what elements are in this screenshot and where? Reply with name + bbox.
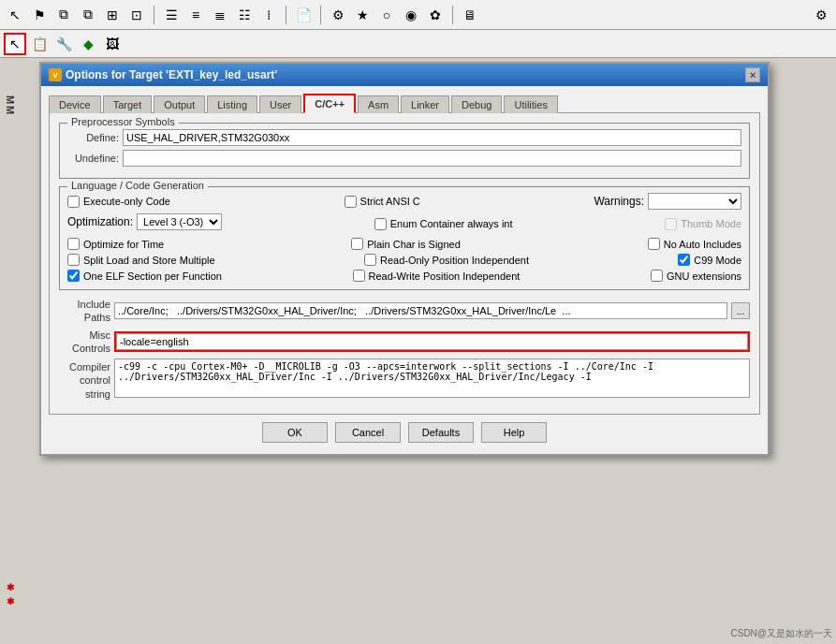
tab-utilities[interactable]: Utilities bbox=[504, 95, 557, 113]
tb-circle-btn[interactable]: ○ bbox=[375, 4, 398, 26]
compiler-string-textarea[interactable]: -c99 -c -cpu Cortex-M0+ -D__MICROLIB -g … bbox=[114, 359, 750, 398]
left-sidebar: M M ✱ ✱ bbox=[0, 58, 21, 644]
tb-list5-btn[interactable]: ⁞ bbox=[257, 4, 280, 26]
tab-bar: Device Target Output Listing User C/C++ … bbox=[49, 94, 760, 113]
main-area: M M ✱ ✱ V Options for Target 'EXTI_key_l… bbox=[0, 58, 836, 644]
optimization-label: Optimization: bbox=[67, 215, 133, 228]
plain-char-check[interactable] bbox=[351, 238, 363, 250]
strict-ansi-check[interactable] bbox=[345, 196, 357, 208]
undefine-input[interactable] bbox=[123, 150, 741, 167]
tb-copy3-btn[interactable]: ⊞ bbox=[101, 4, 124, 26]
split-load-check[interactable] bbox=[67, 254, 80, 266]
undefine-row: Undefine: bbox=[67, 150, 741, 167]
defaults-button[interactable]: Defaults bbox=[408, 422, 474, 443]
dialog-title-icon: V bbox=[49, 68, 62, 81]
warnings-row: Warnings: bbox=[594, 193, 741, 210]
optimize-time-check[interactable] bbox=[67, 238, 80, 250]
c99-mode-check[interactable] bbox=[678, 254, 690, 266]
left-icon-2: ✱ bbox=[7, 596, 14, 607]
tb-circle2-btn[interactable]: ◉ bbox=[400, 4, 422, 26]
content-area: V Options for Target 'EXTI_key_led_usart… bbox=[21, 58, 836, 644]
one-elf-check[interactable] bbox=[67, 270, 80, 282]
tb2-page-btn[interactable]: 📋 bbox=[28, 33, 51, 55]
tb-doc-btn[interactable]: 📄 bbox=[292, 4, 315, 26]
enum-container-check[interactable] bbox=[374, 218, 387, 230]
c99-mode-row: C99 Mode bbox=[678, 254, 741, 266]
no-auto-includes-row: No Auto Includes bbox=[648, 238, 741, 250]
tab-device[interactable]: Device bbox=[49, 95, 101, 113]
tb-list1-btn[interactable]: ☰ bbox=[160, 4, 183, 26]
readonly-pos-row: Read-Only Position Independent bbox=[364, 254, 529, 266]
toolbar-separator-1 bbox=[154, 6, 154, 24]
split-load-row: Split Load and Store Multiple bbox=[67, 254, 215, 266]
readonly-pos-label: Read-Only Position Independent bbox=[380, 255, 529, 266]
tab-linker[interactable]: Linker bbox=[401, 95, 449, 113]
thumb-mode-check[interactable] bbox=[665, 218, 677, 230]
split-load-label: Split Load and Store Multiple bbox=[83, 255, 215, 266]
tb2-cursor-btn[interactable]: ↖ bbox=[4, 33, 26, 55]
tab-cpp[interactable]: C/C++ bbox=[303, 94, 356, 113]
watermark: CSDN@又是如水的一天 bbox=[731, 627, 833, 640]
readwrite-pos-row: Read-Write Position Independent bbox=[353, 270, 521, 282]
no-auto-includes-check[interactable] bbox=[648, 238, 660, 250]
toolbar-separator-4 bbox=[452, 6, 453, 24]
tb-copy4-btn[interactable]: ⊡ bbox=[125, 4, 148, 26]
misc-controls-input[interactable] bbox=[116, 333, 748, 350]
language-group-label: Language / Code Generation bbox=[67, 180, 208, 191]
tab-target[interactable]: Target bbox=[103, 95, 153, 113]
gnu-extensions-check[interactable] bbox=[651, 270, 663, 282]
execute-only-check[interactable] bbox=[67, 196, 80, 208]
warnings-label: Warnings: bbox=[594, 195, 644, 208]
tb2-image-btn[interactable]: 🖼 bbox=[101, 33, 124, 55]
optimization-select[interactable]: Level 3 (-O3) bbox=[137, 213, 222, 230]
strict-ansi-row: Strict ANSI C bbox=[345, 196, 420, 208]
include-paths-input[interactable] bbox=[114, 302, 727, 319]
tb-copy2-btn[interactable]: ⧉ bbox=[77, 4, 99, 26]
tb-settings-btn[interactable]: ⚙ bbox=[327, 4, 349, 26]
tab-listing[interactable]: Listing bbox=[207, 95, 257, 113]
sidebar-letter-m1: M bbox=[5, 95, 16, 104]
optimize-time-label: Optimize for Time bbox=[83, 239, 164, 250]
tab-asm[interactable]: Asm bbox=[358, 95, 399, 113]
strict-ansi-label: Strict ANSI C bbox=[360, 196, 420, 207]
tab-output[interactable]: Output bbox=[154, 95, 205, 113]
dialog-buttons: OK Cancel Defaults Help bbox=[49, 415, 760, 446]
tb-list4-btn[interactable]: ☷ bbox=[233, 4, 256, 26]
tb-flower-btn[interactable]: ✿ bbox=[424, 4, 447, 26]
enum-container-row: Enum Container always int bbox=[374, 218, 513, 230]
tab-panel-cpp: Preprocessor Symbols Define: Undefine: L… bbox=[49, 112, 760, 415]
define-label: Define: bbox=[67, 132, 119, 143]
tb-arrow-btn[interactable]: ↖ bbox=[4, 4, 26, 26]
tb-list2-btn[interactable]: ≡ bbox=[184, 4, 207, 26]
misc-input-wrapper bbox=[114, 331, 750, 352]
readonly-pos-check[interactable] bbox=[364, 254, 376, 266]
tab-user[interactable]: User bbox=[259, 95, 301, 113]
tab-debug[interactable]: Debug bbox=[451, 95, 502, 113]
toolbar-separator-3 bbox=[320, 6, 321, 24]
readwrite-pos-label: Read-Write Position Independent bbox=[369, 271, 521, 282]
dialog-body: Device Target Output Listing User C/C++ … bbox=[41, 86, 768, 454]
cancel-button[interactable]: Cancel bbox=[335, 422, 401, 443]
tb-star-btn[interactable]: ★ bbox=[351, 4, 374, 26]
tb-copy1-btn[interactable]: ⧉ bbox=[52, 4, 75, 26]
optimization-row: Optimization: Level 3 (-O3) bbox=[67, 213, 222, 230]
no-auto-includes-label: No Auto Includes bbox=[664, 239, 741, 250]
tb2-build-btn[interactable]: 🔧 bbox=[52, 33, 75, 55]
ok-button[interactable]: OK bbox=[262, 422, 328, 443]
dialog-close-btn[interactable]: ✕ bbox=[745, 67, 760, 82]
tb-gear2-btn[interactable]: ⚙ bbox=[810, 4, 832, 26]
toolbar-separator-2 bbox=[286, 6, 286, 24]
help-button[interactable]: Help bbox=[481, 422, 547, 443]
tb2-diamond-btn[interactable]: ◆ bbox=[77, 33, 99, 55]
include-browse-btn[interactable]: ... bbox=[731, 302, 750, 319]
readwrite-pos-check[interactable] bbox=[353, 270, 365, 282]
include-paths-label: IncludePaths bbox=[59, 298, 110, 325]
warnings-select[interactable] bbox=[648, 193, 741, 210]
tb-monitor-btn[interactable]: 🖥 bbox=[459, 4, 481, 26]
dialog-title-text: Options for Target 'EXTI_key_led_usart' bbox=[66, 68, 277, 81]
optimize-time-row: Optimize for Time bbox=[67, 238, 164, 250]
tb-flag-btn[interactable]: ⚑ bbox=[28, 4, 51, 26]
one-elf-label: One ELF Section per Function bbox=[83, 271, 222, 282]
tb-list3-btn[interactable]: ≣ bbox=[209, 4, 231, 26]
define-input[interactable] bbox=[123, 129, 741, 146]
